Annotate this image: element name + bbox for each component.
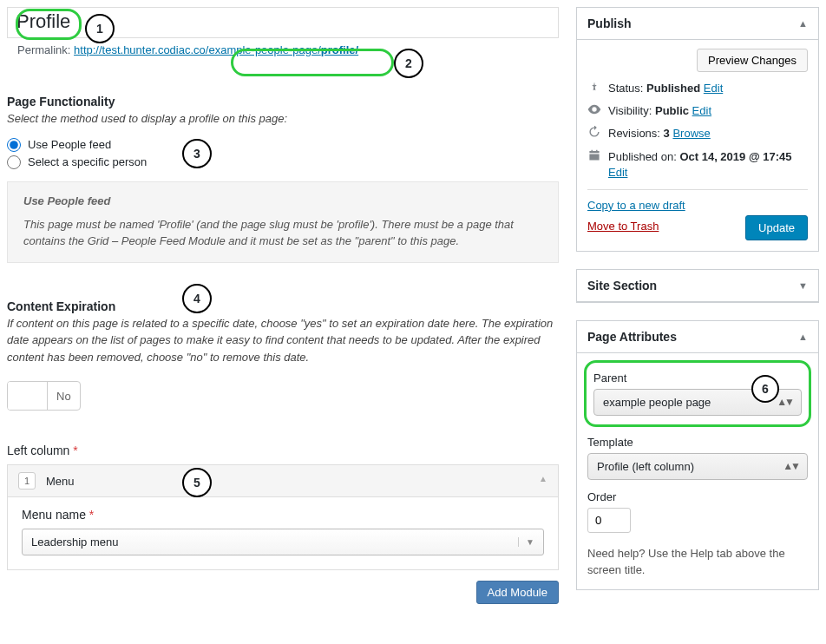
publish-panel: Publish ▲ Preview Changes Status: Publis… bbox=[576, 7, 819, 252]
toggle-no-label: No bbox=[48, 382, 80, 410]
status-row: Status: Published Edit bbox=[608, 81, 808, 96]
copy-draft-link[interactable]: Copy to a new draft bbox=[587, 199, 808, 212]
radio-people-feed-label: Use People feed bbox=[28, 138, 111, 151]
page-attributes-help: Need help? Use the Help tab above the sc… bbox=[587, 545, 808, 579]
callout-4: 4 bbox=[182, 284, 212, 313]
callout-6: 6 bbox=[751, 375, 779, 403]
move-to-trash-link[interactable]: Move to Trash bbox=[587, 220, 659, 233]
publish-panel-head[interactable]: Publish ▲ bbox=[577, 8, 818, 40]
published-on-edit-link[interactable]: Edit bbox=[608, 166, 627, 179]
permalink-label: Permalink: bbox=[17, 43, 70, 56]
preview-changes-button[interactable]: Preview Changes bbox=[697, 49, 808, 72]
radio-people-feed-input[interactable] bbox=[7, 138, 21, 152]
calendar-icon bbox=[587, 149, 601, 161]
order-label: Order bbox=[587, 490, 808, 503]
publish-panel-title: Publish bbox=[587, 16, 632, 30]
select-caret-icon: ▲▼ bbox=[777, 396, 792, 408]
collapse-icon[interactable]: ▲ bbox=[798, 332, 808, 342]
page-attributes-panel: Page Attributes ▲ Parent example people … bbox=[576, 320, 819, 590]
highlight-ring-2 bbox=[231, 49, 394, 76]
menu-name-label: Menu name * bbox=[22, 508, 544, 522]
radio-people-feed[interactable]: Use People feed bbox=[7, 138, 559, 152]
revisions-browse-link[interactable]: Browse bbox=[672, 127, 710, 140]
site-section-title: Site Section bbox=[587, 279, 657, 292]
status-edit-link[interactable]: Edit bbox=[704, 82, 723, 95]
published-on-row: Published on: Oct 14, 2019 @ 17:45 Edit bbox=[608, 149, 808, 181]
order-input[interactable] bbox=[587, 508, 631, 533]
collapse-icon[interactable]: ▲ bbox=[798, 18, 808, 29]
revisions-icon bbox=[587, 126, 601, 138]
update-button[interactable]: Update bbox=[745, 215, 808, 240]
collapse-icon[interactable]: ▲ bbox=[539, 474, 547, 483]
visibility-row: Visibility: Public Edit bbox=[608, 103, 808, 119]
site-section-panel: Site Section ▼ bbox=[576, 269, 819, 303]
callout-1: 1 bbox=[85, 14, 115, 43]
menu-name-select[interactable]: Leadership menu ▼ bbox=[22, 529, 544, 555]
content-expiration-title: Content Expiration bbox=[7, 299, 559, 313]
content-expiration-desc: If content on this page is related to a … bbox=[7, 315, 559, 366]
add-module-button[interactable]: Add Module bbox=[476, 581, 559, 604]
eye-icon bbox=[587, 103, 601, 115]
page-attributes-panel-head[interactable]: Page Attributes ▲ bbox=[577, 321, 818, 353]
template-select[interactable]: Profile (left column) ▲▼ bbox=[587, 453, 808, 480]
menu-name-value: Leadership menu bbox=[31, 536, 118, 549]
template-label: Template bbox=[587, 436, 808, 449]
radio-specific-person-label: Select a specific person bbox=[28, 155, 147, 168]
expiration-toggle[interactable]: No bbox=[7, 381, 81, 411]
page-functionality-title: Page Functionality bbox=[7, 95, 559, 108]
pin-icon bbox=[587, 81, 601, 93]
toggle-switch[interactable] bbox=[8, 382, 48, 410]
left-column-repeater: 1 Menu ▲ Menu name * Leadership menu ▼ bbox=[7, 464, 559, 570]
info-block-text: This page must be named 'Profile' (and t… bbox=[23, 216, 542, 250]
site-section-panel-head[interactable]: Site Section ▼ bbox=[577, 270, 818, 302]
select-caret-icon: ▲▼ bbox=[783, 460, 798, 472]
revisions-row: Revisions: 3 Browse bbox=[608, 126, 808, 141]
info-block-title: Use People feed bbox=[23, 194, 542, 207]
people-feed-info-block: Use People feed This page must be named … bbox=[7, 181, 559, 263]
repeater-row-num: 1 bbox=[18, 472, 36, 490]
callout-3: 3 bbox=[182, 139, 212, 168]
left-column-label: Left column * bbox=[7, 444, 559, 457]
repeater-row-title: Menu bbox=[46, 475, 75, 488]
callout-2: 2 bbox=[394, 49, 423, 78]
callout-5: 5 bbox=[182, 468, 212, 497]
parent-value: example people page bbox=[603, 396, 711, 409]
repeater-row-head[interactable]: 1 Menu ▲ bbox=[8, 465, 558, 497]
template-value: Profile (left column) bbox=[597, 460, 694, 473]
page-functionality-desc: Select the method used to display a prof… bbox=[7, 110, 559, 128]
parent-highlight: Parent example people page ▲▼ 6 bbox=[584, 360, 811, 427]
visibility-edit-link[interactable]: Edit bbox=[692, 104, 711, 117]
chevron-down-icon: ▼ bbox=[518, 537, 534, 547]
radio-specific-person-input[interactable] bbox=[7, 155, 21, 169]
expand-icon[interactable]: ▼ bbox=[798, 280, 808, 291]
page-attributes-title: Page Attributes bbox=[587, 330, 677, 344]
radio-specific-person[interactable]: Select a specific person bbox=[7, 155, 559, 169]
highlight-ring-1 bbox=[16, 9, 82, 40]
